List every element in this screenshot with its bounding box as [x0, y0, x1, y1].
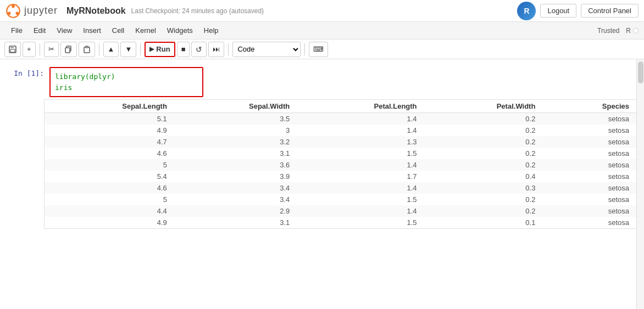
jupyter-icon — [5, 3, 21, 19]
table-cell-petal-length: 1.4 — [298, 205, 425, 217]
menu-help[interactable]: Help — [198, 24, 224, 37]
logout-button[interactable]: Logout — [540, 4, 576, 18]
copy-button[interactable] — [60, 42, 77, 57]
cell-prompt: In [1]: — [5, 67, 49, 77]
table-cell-species: setosa — [544, 194, 638, 205]
menu-kernel[interactable]: Kernel — [130, 24, 162, 37]
table-cell-petal-width: 0.2 — [426, 125, 545, 136]
cell-type-select[interactable]: Code Markdown Raw NBConvert Heading — [232, 42, 301, 57]
svg-rect-8 — [65, 48, 70, 53]
topbar: jupyter MyRNotebook Last Checkpoint: 24 … — [0, 0, 644, 22]
run-label: Run — [156, 45, 170, 53]
svg-point-1 — [12, 4, 15, 8]
table-cell-sepal-width: 3.6 — [176, 159, 298, 171]
table-row: 4.73.21.30.2setosa — [45, 136, 638, 148]
fast-forward-icon: ⏭ — [213, 45, 220, 53]
table-cell-sepal-width: 3.4 — [176, 194, 298, 205]
add-icon: + — [27, 45, 31, 53]
control-panel-button[interactable]: Control Panel — [581, 4, 639, 18]
svg-point-3 — [8, 12, 11, 15]
table-row: 4.93.11.50.1setosa — [45, 217, 638, 228]
menu-file[interactable]: File — [5, 24, 28, 37]
code-line-1: library(dplyr) — [55, 71, 198, 82]
table-cell-sepal-length: 5 — [45, 194, 176, 205]
kernel-name: R — [626, 27, 631, 35]
paste-icon — [83, 46, 91, 53]
menu-widgets[interactable]: Widgets — [162, 24, 198, 37]
move-down-button[interactable]: ▼ — [120, 42, 136, 57]
topbar-right: R Logout Control Panel — [517, 2, 639, 20]
jupyter-logo: jupyter — [5, 3, 58, 19]
table-cell-petal-width: 0.2 — [426, 205, 545, 217]
save-icon — [9, 46, 16, 53]
table-cell-species: setosa — [544, 182, 638, 194]
run-play-icon: ▶ — [149, 46, 154, 53]
toolbar-separator-3 — [140, 43, 141, 55]
table-cell-petal-width: 0.2 — [426, 113, 545, 125]
table-cell-petal-length: 1.4 — [298, 125, 425, 136]
table-cell-sepal-length: 4.6 — [45, 148, 176, 159]
table-cell-sepal-length: 4.7 — [45, 136, 176, 148]
table-cell-sepal-width: 2.9 — [176, 205, 298, 217]
table-cell-species: setosa — [544, 148, 638, 159]
table-row: 5.13.51.40.2setosa — [45, 113, 638, 125]
svg-point-2 — [15, 12, 19, 15]
app-name: jupyter — [24, 5, 58, 16]
menu-cell[interactable]: Cell — [107, 24, 130, 37]
table-cell-sepal-length: 4.4 — [45, 205, 176, 217]
notebook-wrapper: In [1]: library(dplyr) iris Sepal.Length… — [0, 59, 644, 309]
table-cell-sepal-length: 4.9 — [45, 125, 176, 136]
table-cell-species: setosa — [544, 159, 638, 171]
table-cell-petal-width: 0.2 — [426, 136, 545, 148]
table-cell-petal-length: 1.4 — [298, 113, 425, 125]
table-cell-petal-width: 0.1 — [426, 217, 545, 228]
table-cell-sepal-length: 4.9 — [45, 217, 176, 228]
col-header-sepal-length: Sepal.Length — [45, 100, 176, 113]
menubar-right: Trusted R — [594, 26, 639, 36]
menu-view[interactable]: View — [51, 24, 77, 37]
table-row: 4.63.41.40.3setosa — [45, 182, 638, 194]
run-button[interactable]: ▶ Run — [145, 42, 175, 57]
menu-insert[interactable]: Insert — [77, 24, 107, 37]
table-cell-sepal-length: 5 — [45, 159, 176, 171]
keyboard-shortcut-button[interactable]: ⌨ — [309, 42, 328, 57]
col-header-petal-width: Petal.Width — [426, 100, 545, 113]
move-up-button[interactable]: ▲ — [103, 42, 119, 57]
toolbar: + ✂ ▲ ▼ ▶ Run ■ ↺ ⏭ Code Markdown Raw NB… — [0, 40, 644, 59]
table-cell-sepal-width: 3.4 — [176, 182, 298, 194]
table-cell-sepal-width: 3.1 — [176, 217, 298, 228]
trusted-badge: Trusted — [594, 26, 623, 36]
toolbar-separator-4 — [228, 43, 229, 55]
paste-button[interactable] — [79, 42, 95, 57]
restart-icon: ↺ — [196, 45, 202, 54]
r-logo-button[interactable]: R — [517, 2, 536, 20]
fast-forward-button[interactable]: ⏭ — [208, 42, 224, 57]
stop-button[interactable]: ■ — [177, 42, 190, 57]
toolbar-separator-2 — [99, 43, 99, 55]
col-header-petal-length: Petal.Length — [298, 100, 425, 113]
table-row: 53.41.50.2setosa — [45, 194, 638, 205]
table-row: 4.42.91.40.2setosa — [45, 205, 638, 217]
table-cell-petal-width: 0.3 — [426, 182, 545, 194]
table-row: 5.43.91.70.4setosa — [45, 171, 638, 182]
code-line-2: iris — [55, 82, 198, 93]
table-row: 4.931.40.2setosa — [45, 125, 638, 136]
restart-button[interactable]: ↺ — [191, 42, 207, 57]
table-cell-species: setosa — [544, 136, 638, 148]
table-row: 4.63.11.50.2setosa — [45, 148, 638, 159]
menu-edit[interactable]: Edit — [28, 24, 51, 37]
notebook-title: MyRNotebook — [66, 6, 126, 16]
add-cell-button[interactable]: + — [23, 42, 36, 57]
cut-button[interactable]: ✂ — [44, 42, 59, 57]
scroll-thumb[interactable] — [638, 61, 643, 83]
toolbar-separator-1 — [40, 43, 40, 55]
kernel-status-circle — [633, 28, 639, 33]
save-button[interactable] — [4, 42, 21, 57]
table-cell-species: setosa — [544, 205, 638, 217]
table-cell-sepal-width: 3.9 — [176, 171, 298, 182]
table-cell-petal-width: 0.2 — [426, 159, 545, 171]
scrollbar[interactable] — [636, 59, 644, 309]
table-cell-petal-width: 0.2 — [426, 194, 545, 205]
table-cell-petal-length: 1.3 — [298, 136, 425, 148]
cell-input[interactable]: library(dplyr) iris — [49, 67, 203, 97]
